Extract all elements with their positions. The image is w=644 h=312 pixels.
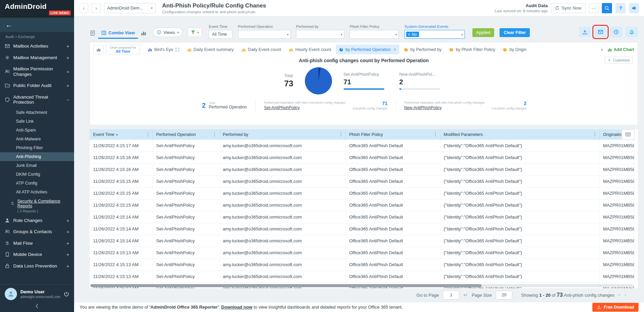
chart-list-button[interactable]	[93, 45, 104, 54]
chart-tab[interactable]: Bird's Eye ×	[144, 45, 182, 54]
table-row[interactable]: 11/26/2022 4:15:14 AM Set-AntiPhishPolic…	[90, 211, 634, 223]
stat-min-link[interactable]: New-AntiPhishPolicy	[404, 105, 485, 110]
table-row[interactable]: 11/26/2022 4:15:15 AM Set-AntiPhishPolic…	[90, 199, 634, 211]
table-row[interactable]: 11/26/2022 4:15:14 AM Set-AntiPhishPolic…	[90, 223, 634, 235]
column-menu-icon[interactable]: ⋮	[593, 132, 597, 137]
phish-filter-policy-filter[interactable]: ▾	[350, 30, 399, 39]
expand-plus-icon[interactable]: +	[66, 241, 69, 246]
column-menu-icon[interactable]: ⋮	[433, 132, 438, 137]
sidebar-subitem[interactable]: ATP Config	[0, 179, 74, 188]
schedule-button[interactable]	[610, 27, 622, 37]
sidebar-item[interactable]: Data Loss Prevention +	[0, 260, 74, 272]
sidebar-item[interactable]: Groups & Contacts +	[0, 226, 74, 238]
clear-filter-button[interactable]: Clear Filter	[500, 28, 530, 37]
sort-caret-icon[interactable]: ▾	[116, 133, 118, 137]
close-icon[interactable]: ×	[394, 47, 396, 52]
sidebar-item[interactable]: Mailbox Permission Changes +	[0, 63, 74, 80]
pie-chart[interactable]	[305, 67, 332, 94]
back-arrow-icon[interactable]: ←	[5, 21, 12, 28]
expand-plus-icon[interactable]: +	[66, 263, 69, 268]
enter-icon[interactable]: ↵	[463, 292, 468, 298]
table-row[interactable]: 11/26/2022 4:15:13 AM Set-AntiPhishPolic…	[90, 271, 634, 282]
nav-forward-button[interactable]: ›	[91, 3, 101, 13]
sidebar-subitem[interactable]: Safe Link	[0, 117, 74, 126]
power-icon[interactable]	[64, 291, 69, 297]
user-profile[interactable]: Demo User admeight.onmicrosoft.com	[0, 284, 74, 303]
column-header-modified-parameters[interactable]: Modified Parameters⋮	[440, 129, 599, 140]
expand-plus-icon[interactable]: +	[66, 229, 69, 234]
event-time-filter[interactable]: All Time	[209, 30, 232, 39]
prev-page-icon[interactable]: ‹	[619, 292, 621, 298]
reports-link-label[interactable]: Security & Compliance Reports	[17, 199, 69, 208]
expand-plus-icon[interactable]: +	[66, 252, 69, 257]
applied-button[interactable]: Applied	[472, 28, 494, 37]
table-row[interactable]: 11/26/2022 4:15:13 AM Set-AntiPhishPolic…	[90, 259, 634, 271]
page-size-input[interactable]	[496, 291, 512, 299]
sidebar-item[interactable]: Public Folder Audit +	[0, 80, 74, 91]
column-chooser-button[interactable]	[622, 129, 634, 140]
sidebar-item[interactable]: Mail Flow +	[0, 238, 74, 249]
chart-tab[interactable]: Hourly Event count ×	[285, 45, 334, 54]
customize-button[interactable]: Customize	[605, 57, 633, 64]
expand-icon[interactable]	[175, 48, 179, 52]
column-header-event-time[interactable]: Event Time▾⋮	[90, 129, 153, 140]
column-menu-icon[interactable]: ⋮	[212, 132, 217, 137]
collapse-minus-icon[interactable]: −	[66, 97, 69, 102]
help-button[interactable]: ?	[615, 3, 626, 13]
chart-tab[interactable]: Daily Event count ×	[238, 45, 284, 54]
sidebar-subitem[interactable]: Junk Email	[0, 161, 74, 170]
sidebar-subitem[interactable]: DKIM Config	[0, 170, 74, 179]
export-download-button[interactable]	[579, 27, 591, 37]
sidebar-item[interactable]: Mailbox Activities +	[0, 40, 74, 52]
nav-back-button[interactable]: ‹	[79, 3, 88, 13]
views-dropdown[interactable]: Views ▾	[153, 28, 183, 37]
filter-dropdown-button[interactable]: ▾	[188, 28, 202, 37]
sidebar-collapse[interactable]: ❮	[0, 303, 74, 312]
table-row[interactable]: 11/26/2022 4:15:15 AM Set-AntiPhishPolic…	[90, 187, 634, 199]
sidebar-item[interactable]: Role Changes +	[0, 215, 74, 226]
search-button[interactable]	[602, 3, 612, 13]
chart-tab[interactable]: by Performed Operation ×	[336, 45, 399, 54]
chart-tab[interactable]: Daily Event summary ×	[184, 45, 237, 54]
expand-plus-icon[interactable]: +	[66, 218, 69, 223]
expand-plus-icon[interactable]: +	[66, 69, 69, 74]
sidebar-item-security-compliance-reports[interactable]: Security & Compliance Reports ( 3 Report…	[0, 196, 74, 215]
scrollbar-thumb[interactable]	[90, 284, 482, 287]
sidebar-subitem[interactable]: Phishing Filter	[0, 143, 74, 152]
download-now-link[interactable]: Download now	[221, 305, 253, 310]
goto-page-input[interactable]	[443, 291, 459, 299]
column-menu-icon[interactable]: ⋮	[339, 132, 344, 137]
chart-tab[interactable]: by Origin ×	[500, 45, 529, 54]
column-menu-icon[interactable]: ⋮	[146, 132, 151, 137]
table-row[interactable]: 11/26/2022 4:15:13 AM Set-AntiPhishPolic…	[90, 247, 634, 259]
sidebar-subitem[interactable]: Anti-Phishing	[0, 152, 74, 161]
table-row[interactable]: 11/26/2022 4:15:17 AM Set-AntiPhishPolic…	[90, 140, 634, 152]
column-header-phish-filter-policy[interactable]: Phish Filter Policy⋮	[346, 129, 440, 140]
filter-token[interactable]: × No	[406, 32, 419, 37]
performed-by-filter[interactable]: ▾	[296, 30, 344, 39]
announcements-button[interactable]	[629, 3, 639, 13]
sidebar-item-advanced-threat-protection[interactable]: Advanced Threat Protection −	[0, 91, 74, 108]
performed-operation-filter[interactable]: ▾	[238, 30, 291, 39]
expand-plus-icon[interactable]: +	[66, 83, 69, 88]
report-view-icon[interactable]	[90, 30, 95, 36]
next-page-icon[interactable]: ›	[624, 292, 626, 298]
column-header-performed-by[interactable]: Performed by⋮	[219, 129, 346, 140]
email-report-button[interactable]	[594, 27, 607, 37]
sync-now-button[interactable]: Sync Now	[551, 3, 586, 13]
add-chart-button[interactable]: Add Chart	[607, 47, 634, 52]
sidebar-subitem[interactable]: Safe Attachment	[0, 108, 74, 117]
free-download-button[interactable]: Free Download	[592, 303, 639, 312]
sidebar-subitem[interactable]: Anti-Spam	[0, 126, 74, 135]
workspace-select[interactable]: AdminDroid Dem... ▾	[104, 3, 156, 13]
sidebar-subitem[interactable]: All ATP Activities	[0, 188, 74, 196]
table-row[interactable]: 11/26/2022 4:15:16 AM Set-AntiPhishPolic…	[90, 152, 634, 163]
expand-plus-icon[interactable]: +	[66, 44, 69, 49]
sidebar-back-bar[interactable]: ←	[0, 18, 74, 32]
tabs-scroll-right-icon[interactable]: ›	[601, 46, 603, 53]
chart-tab[interactable]: by Phish Filter Policy ×	[446, 45, 498, 54]
table-row[interactable]: 11/26/2022 4:15:16 AM Set-AntiPhishPolic…	[90, 163, 634, 175]
remove-token-icon[interactable]: ×	[408, 32, 410, 36]
combo-view-tab[interactable]: Combo View	[98, 28, 138, 39]
stat-max-link[interactable]: Set-AntiPhishPolicy	[264, 105, 346, 110]
